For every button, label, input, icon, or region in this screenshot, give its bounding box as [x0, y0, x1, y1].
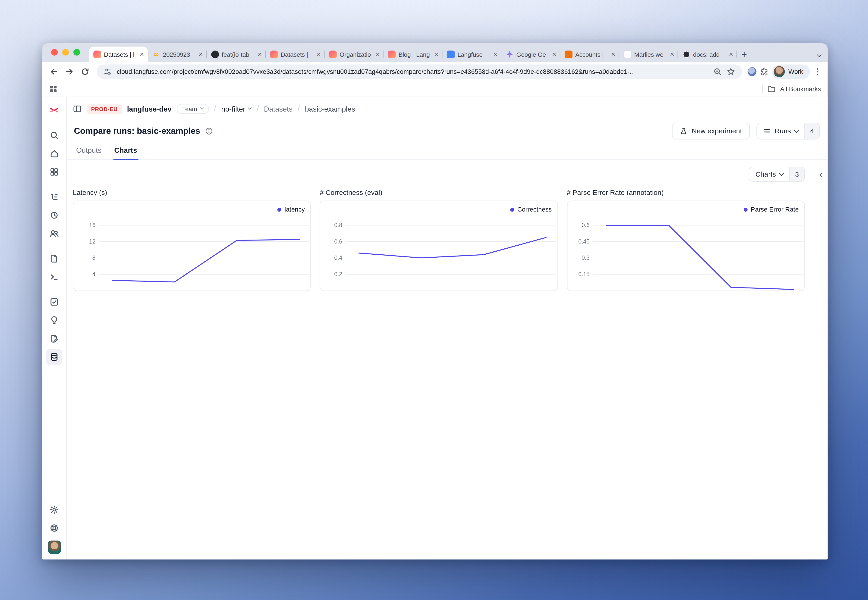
forward-icon[interactable]	[64, 65, 76, 77]
browser-tab[interactable]: Accounts |×	[560, 47, 619, 62]
environment-badge[interactable]: PROD-EU	[86, 104, 122, 114]
site-info-icon[interactable]	[103, 67, 112, 76]
runs-count-badge: 4	[804, 123, 819, 139]
legend-dot	[744, 208, 748, 211]
tab-close-icon[interactable]: ×	[198, 50, 203, 58]
new-experiment-button[interactable]: New experiment	[672, 123, 750, 139]
chart-legend: Correctness	[510, 206, 552, 213]
menu-kebab-icon[interactable]	[813, 67, 822, 76]
tab-close-icon[interactable]: ×	[257, 50, 263, 58]
breadcrumb-separator: /	[297, 104, 300, 114]
zoom-icon[interactable]	[713, 67, 722, 76]
new-tab-button[interactable]: +	[742, 50, 747, 59]
tab-close-icon[interactable]: ×	[552, 50, 557, 58]
browser-tab[interactable]: docs: add×	[678, 47, 737, 62]
browser-tab[interactable]: Google Ge×	[501, 47, 560, 62]
tab-close-icon[interactable]: ×	[728, 50, 734, 58]
breadcrumb-dataset[interactable]: basic-examples	[305, 105, 355, 113]
doc-blue-favicon-icon	[447, 50, 455, 58]
bookmark-star-icon[interactable]	[727, 67, 736, 76]
profile-chip[interactable]: Work	[772, 64, 810, 79]
divider	[762, 85, 762, 93]
back-icon[interactable]	[48, 65, 60, 77]
svg-text:0.4: 0.4	[334, 255, 343, 261]
tab-outputs[interactable]: Outputs	[75, 144, 103, 159]
sidebar-item-annotation-icon[interactable]	[46, 330, 62, 347]
reload-icon[interactable]	[79, 65, 91, 77]
sidebar-item-playground-icon[interactable]	[46, 269, 62, 285]
tab-close-icon[interactable]: ×	[493, 50, 498, 58]
tab-close-icon[interactable]: ×	[669, 50, 675, 58]
minimize-window-button[interactable]	[62, 49, 69, 56]
info-icon[interactable]	[205, 127, 214, 135]
sidebar-item-settings-icon[interactable]	[46, 502, 62, 518]
browser-tab[interactable]: Datasets |×	[266, 47, 325, 62]
legend-dot	[277, 208, 281, 211]
all-bookmarks-label[interactable]: All Bookmarks	[780, 86, 821, 92]
url-text[interactable]: cloud.langfuse.com/project/cmfwgv8fx002o…	[117, 68, 709, 75]
langfuse-favicon-icon	[329, 50, 337, 58]
browser-tab[interactable]: feat(io-tab×	[207, 47, 266, 62]
browser-tab[interactable]: Langfuse×	[442, 47, 501, 62]
apps-grid-icon[interactable]	[49, 85, 58, 93]
tab-search-chevron-icon[interactable]	[818, 50, 821, 59]
sidebar-item-users-icon[interactable]	[46, 226, 62, 242]
browser-tab[interactable]: ∞20250923×	[148, 47, 206, 62]
svg-text:0.3: 0.3	[581, 255, 589, 261]
breadcrumb-org[interactable]: langfuse-dev	[127, 105, 171, 113]
pinned-extension-icon[interactable]	[748, 67, 757, 76]
svg-text:0.45: 0.45	[578, 238, 589, 245]
svg-text:0.6: 0.6	[334, 238, 343, 245]
extensions-puzzle-icon[interactable]	[760, 67, 769, 76]
sidebar-toggle-icon[interactable]	[73, 105, 82, 113]
sidebar-item-sessions-icon[interactable]	[46, 207, 62, 223]
browser-tabs: Datasets | l×∞20250923×feat(io-tab×Datas…	[89, 47, 737, 62]
chevron-down-icon	[794, 128, 799, 133]
chart-latency: Latency (s) latency 481216	[73, 189, 311, 291]
sidebar-item-dashboard-icon[interactable]	[46, 164, 62, 180]
org-type-pill[interactable]: Team	[176, 104, 209, 114]
breadcrumb-project[interactable]: no-filter	[221, 105, 251, 113]
legend-label: Correctness	[517, 206, 552, 213]
tab-close-icon[interactable]: ×	[610, 50, 616, 58]
sidebar-item-evaluation-icon[interactable]	[46, 294, 62, 310]
zoom-window-button[interactable]	[73, 49, 80, 56]
tab-close-icon[interactable]: ×	[316, 50, 321, 58]
runs-selector[interactable]: Runs 4	[756, 123, 820, 139]
tab-close-icon[interactable]: ×	[434, 50, 439, 58]
svg-text:0.8: 0.8	[334, 222, 343, 228]
notion-favicon-icon	[624, 50, 631, 58]
tab-title: Organizatio	[340, 51, 372, 58]
user-avatar[interactable]	[47, 541, 61, 554]
breadcrumb: PROD-EU langfuse-dev Team / no-filter / …	[67, 97, 828, 118]
tab-title: 20250923	[163, 51, 195, 58]
app-main: PROD-EU langfuse-dev Team / no-filter / …	[67, 97, 828, 559]
desktop-wallpaper: Datasets | l×∞20250923×feat(io-tab×Datas…	[0, 0, 868, 600]
sidebar-item-search-icon[interactable]	[46, 127, 62, 144]
chart-title: # Correctness (eval)	[320, 189, 558, 197]
browser-tab[interactable]: Marlies we×	[619, 47, 678, 62]
collapse-panel-icon[interactable]	[820, 169, 824, 179]
chart-card: Correctness 0.20.40.60.8	[320, 200, 558, 291]
tab-charts[interactable]: Charts	[113, 144, 138, 160]
sidebar-item-prompts-icon[interactable]	[46, 250, 62, 267]
browser-tab[interactable]: Organizatio×	[325, 47, 384, 62]
sidebar-item-support-icon[interactable]	[46, 520, 62, 536]
sidebar-item-insights-icon[interactable]	[46, 312, 62, 329]
tab-close-icon[interactable]: ×	[139, 50, 144, 58]
sidebar-item-logo[interactable]	[46, 102, 62, 118]
breadcrumb-datasets[interactable]: Datasets	[264, 105, 293, 113]
browser-tab[interactable]: Blog - Lang×	[384, 47, 442, 62]
address-bar[interactable]: cloud.langfuse.com/project/cmfwgv8fx002o…	[97, 64, 742, 79]
charts-selector[interactable]: Charts 3	[749, 167, 805, 182]
tab-title: Datasets |	[281, 51, 313, 58]
sidebar-item-home-icon[interactable]	[46, 145, 62, 162]
sidebar-item-tracing-icon[interactable]	[46, 189, 62, 205]
tab-title: docs: add	[693, 51, 725, 58]
browser-tab[interactable]: Datasets | l×	[89, 47, 148, 62]
chart-parse-error-rate: # Parse Error Rate (annotation) Parse Er…	[567, 189, 805, 291]
tab-close-icon[interactable]: ×	[375, 50, 380, 58]
sidebar-item-datasets-icon[interactable]	[46, 349, 62, 365]
tab-title: feat(io-tab	[222, 51, 254, 58]
close-window-button[interactable]	[51, 49, 58, 56]
